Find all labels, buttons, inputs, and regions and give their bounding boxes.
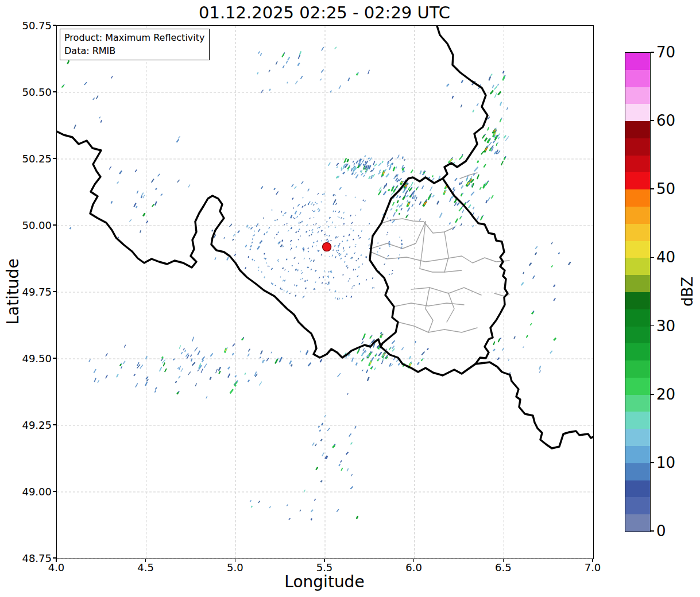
x-tick-label: 5.5 <box>316 561 333 573</box>
colorbar-tick-label: 20 <box>656 386 675 403</box>
colorbar-segment <box>625 53 650 70</box>
y-tick-label: 50.50 <box>11 86 52 98</box>
colorbar-segment <box>625 189 650 207</box>
colorbar-segment <box>625 87 650 104</box>
colorbar-segment <box>625 463 650 480</box>
colorbar-tick-label: 70 <box>656 44 675 61</box>
colorbar-tick-mark <box>651 52 654 53</box>
colorbar-segment <box>625 360 650 378</box>
colorbar-segment <box>625 70 650 87</box>
x-tick-label: 6.5 <box>495 561 512 573</box>
y-tick-mark <box>53 91 56 92</box>
y-tick-label: 49.75 <box>11 286 52 298</box>
colorbar-label: dBZ <box>679 277 696 307</box>
colorbar-tick-mark <box>651 120 654 121</box>
y-tick-label: 50.25 <box>11 153 52 165</box>
y-tick-label: 49.50 <box>11 352 52 365</box>
colorbar-segment <box>625 309 650 327</box>
colorbar-segment <box>625 224 650 241</box>
radar-map-canvas <box>57 26 593 559</box>
x-tick-label: 7.0 <box>585 561 601 573</box>
y-tick-label: 50.75 <box>11 20 52 32</box>
colorbar-segment <box>625 378 650 395</box>
y-tick-mark <box>53 291 56 292</box>
y-tick-label: 49.25 <box>11 419 52 431</box>
colorbar-segment <box>625 104 650 121</box>
radar-site-marker <box>323 243 331 251</box>
colorbar-segment <box>625 412 650 429</box>
colorbar-segment <box>625 138 650 156</box>
colorbar-tick-mark <box>651 188 654 189</box>
x-axis-label: Longitude <box>56 572 593 591</box>
data-source-line: Data: RMIB <box>64 44 204 57</box>
colorbar-segment <box>625 172 650 189</box>
y-tick-mark <box>53 491 56 492</box>
colorbar-tick-mark <box>651 530 654 532</box>
colorbar-segment <box>625 258 650 275</box>
y-tick-mark <box>53 224 56 226</box>
colorbar <box>625 52 651 532</box>
colorbar-segment <box>625 343 650 360</box>
y-tick-mark <box>53 25 56 26</box>
y-tick-label: 48.75 <box>11 552 52 564</box>
y-tick-label: 49.00 <box>11 486 52 498</box>
colorbar-segment <box>625 156 650 173</box>
colorbar-tick-mark <box>651 394 654 395</box>
colorbar-segment <box>625 480 650 498</box>
y-tick-label: 50.00 <box>11 219 52 231</box>
colorbar-tick-mark <box>651 325 654 327</box>
product-info-line: Product: Maximum Reflectivity <box>64 31 204 44</box>
colorbar-tick-label: 50 <box>656 180 675 197</box>
radar-figure: 01.12.2025 02:25 - 02:29 UTC Product: Ma… <box>0 0 700 597</box>
colorbar-tick-label: 10 <box>656 454 675 471</box>
colorbar-segment <box>625 275 650 292</box>
x-tick-label: 6.0 <box>405 561 422 573</box>
colorbar-segment <box>625 292 650 309</box>
colorbar-segment <box>625 429 650 446</box>
colorbar-segment <box>625 121 650 138</box>
colorbar-segment <box>625 207 650 224</box>
colorbar-tick-mark <box>651 257 654 258</box>
colorbar-segment <box>625 327 650 344</box>
map-plot-area <box>56 25 594 559</box>
colorbar-segment <box>625 497 650 514</box>
colorbar-tick-label: 0 <box>656 522 666 540</box>
colorbar-tick-label: 40 <box>656 249 675 266</box>
colorbar-segment <box>625 241 650 258</box>
radar-echoes <box>61 41 571 520</box>
x-tick-label: 5.0 <box>227 561 243 573</box>
x-tick-label: 4.5 <box>137 561 154 573</box>
colorbar-segment <box>625 446 650 463</box>
product-info-box: Product: Maximum Reflectivity Data: RMIB <box>60 29 210 60</box>
colorbar-tick-label: 30 <box>656 317 675 335</box>
y-tick-mark <box>53 358 56 359</box>
colorbar-segment <box>625 514 650 532</box>
y-tick-mark <box>53 557 56 559</box>
y-tick-mark <box>53 424 56 425</box>
colorbar-tick-mark <box>651 462 654 463</box>
colorbar-tick-label: 60 <box>656 112 675 129</box>
figure-title: 01.12.2025 02:25 - 02:29 UTC <box>56 3 593 22</box>
y-tick-mark <box>53 158 56 159</box>
graticule-gridlines <box>57 26 593 559</box>
colorbar-segment <box>625 395 650 412</box>
